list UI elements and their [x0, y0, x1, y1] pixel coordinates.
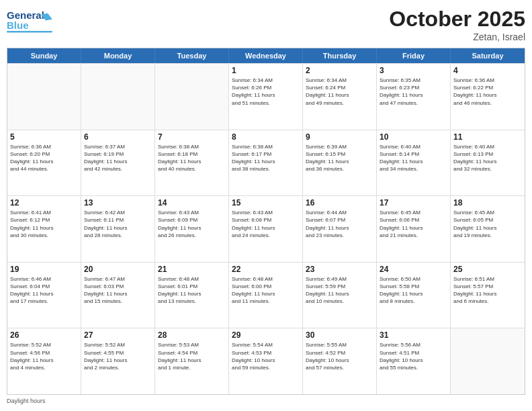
day-number: 31: [380, 330, 447, 340]
calendar-cell: 5Sunrise: 6:36 AM Sunset: 6:20 PM Daylig…: [7, 130, 81, 196]
calendar-cell: 21Sunrise: 6:48 AM Sunset: 6:01 PM Dayli…: [155, 263, 229, 328]
calendar-cell: 18Sunrise: 6:45 AM Sunset: 6:05 PM Dayli…: [451, 196, 525, 262]
day-number: 1: [232, 66, 300, 75]
calendar-cell: 12Sunrise: 6:41 AM Sunset: 6:12 PM Dayli…: [7, 196, 81, 262]
cell-text: Sunrise: 6:51 AM Sunset: 5:57 PM Dayligh…: [453, 275, 522, 306]
cell-text: Sunrise: 6:42 AM Sunset: 6:11 PM Dayligh…: [84, 209, 152, 239]
calendar-cell: 22Sunrise: 6:48 AM Sunset: 6:00 PM Dayli…: [229, 263, 303, 328]
day-number: 13: [84, 198, 152, 208]
page-header: General Blue October 2025 Zetan, Israel: [7, 7, 525, 42]
cell-text: Sunrise: 5:52 AM Sunset: 4:55 PM Dayligh…: [84, 341, 152, 371]
day-number: 14: [158, 198, 226, 208]
calendar-cell: 13Sunrise: 6:42 AM Sunset: 6:11 PM Dayli…: [81, 196, 155, 262]
day-number: 27: [84, 330, 152, 340]
cell-text: Sunrise: 6:36 AM Sunset: 6:22 PM Dayligh…: [453, 77, 522, 107]
day-number: 25: [453, 265, 522, 274]
cell-text: Sunrise: 6:48 AM Sunset: 6:00 PM Dayligh…: [232, 275, 300, 306]
day-number: 11: [453, 132, 522, 142]
cell-text: Sunrise: 6:34 AM Sunset: 6:26 PM Dayligh…: [232, 77, 300, 107]
calendar-cell: [81, 64, 155, 130]
day-number: 21: [158, 265, 226, 274]
day-number: 23: [306, 265, 373, 274]
calendar-header: SundayMondayTuesdayWednesdayThursdayFrid…: [7, 48, 525, 63]
cell-text: Sunrise: 6:39 AM Sunset: 6:15 PM Dayligh…: [306, 143, 373, 173]
calendar-cell: [7, 64, 81, 130]
calendar-cell: 3Sunrise: 6:35 AM Sunset: 6:23 PM Daylig…: [377, 64, 451, 130]
calendar-cell: 2Sunrise: 6:34 AM Sunset: 6:24 PM Daylig…: [303, 64, 377, 130]
calendar-cell: 11Sunrise: 6:40 AM Sunset: 6:13 PM Dayli…: [451, 130, 525, 196]
calendar-cell: 4Sunrise: 6:36 AM Sunset: 6:22 PM Daylig…: [451, 64, 525, 130]
day-number: 22: [232, 265, 300, 274]
location-subtitle: Zetan, Israel: [389, 32, 525, 42]
day-number: 17: [380, 198, 447, 208]
calendar-cell: 19Sunrise: 6:46 AM Sunset: 6:04 PM Dayli…: [7, 263, 81, 328]
day-number: 5: [10, 132, 78, 142]
cell-text: Sunrise: 6:48 AM Sunset: 6:01 PM Dayligh…: [158, 275, 226, 306]
calendar-cell: 6Sunrise: 6:37 AM Sunset: 6:19 PM Daylig…: [81, 130, 155, 196]
calendar-row: 19Sunrise: 6:46 AM Sunset: 6:04 PM Dayli…: [7, 262, 525, 328]
day-header-tuesday: Tuesday: [155, 48, 229, 63]
cell-text: Sunrise: 6:40 AM Sunset: 6:14 PM Dayligh…: [380, 143, 447, 173]
cell-text: Sunrise: 6:44 AM Sunset: 6:07 PM Dayligh…: [306, 209, 373, 239]
calendar-cell: [451, 328, 525, 394]
logo-icon: General Blue: [7, 7, 55, 36]
cell-text: Sunrise: 6:38 AM Sunset: 6:17 PM Dayligh…: [232, 143, 300, 173]
calendar-cell: 14Sunrise: 6:43 AM Sunset: 6:09 PM Dayli…: [155, 196, 229, 262]
calendar-row: 26Sunrise: 5:52 AM Sunset: 4:56 PM Dayli…: [7, 328, 525, 394]
cell-text: Sunrise: 6:45 AM Sunset: 6:06 PM Dayligh…: [380, 209, 447, 239]
cell-text: Sunrise: 6:38 AM Sunset: 6:18 PM Dayligh…: [158, 143, 226, 173]
day-number: 28: [158, 330, 226, 340]
calendar-cell: 16Sunrise: 6:44 AM Sunset: 6:07 PM Dayli…: [303, 196, 377, 262]
cell-text: Sunrise: 6:36 AM Sunset: 6:20 PM Dayligh…: [10, 143, 78, 173]
cell-text: Sunrise: 5:53 AM Sunset: 4:54 PM Dayligh…: [158, 341, 226, 371]
logo: General Blue: [7, 7, 58, 36]
calendar-cell: 29Sunrise: 5:54 AM Sunset: 4:53 PM Dayli…: [229, 328, 303, 394]
calendar-cell: 31Sunrise: 5:56 AM Sunset: 4:51 PM Dayli…: [377, 328, 451, 394]
day-number: 15: [232, 198, 300, 208]
cell-text: Sunrise: 5:56 AM Sunset: 4:51 PM Dayligh…: [380, 341, 447, 371]
day-header-friday: Friday: [377, 48, 451, 63]
cell-text: Sunrise: 6:45 AM Sunset: 6:05 PM Dayligh…: [453, 209, 522, 239]
calendar-cell: 30Sunrise: 5:55 AM Sunset: 4:52 PM Dayli…: [303, 328, 377, 394]
calendar-cell: 15Sunrise: 6:43 AM Sunset: 6:08 PM Dayli…: [229, 196, 303, 262]
cell-text: Sunrise: 6:41 AM Sunset: 6:12 PM Dayligh…: [10, 209, 78, 239]
day-number: 19: [10, 265, 78, 274]
day-header-saturday: Saturday: [451, 48, 525, 63]
day-number: 12: [10, 198, 78, 208]
calendar-cell: 7Sunrise: 6:38 AM Sunset: 6:18 PM Daylig…: [155, 130, 229, 196]
calendar: SundayMondayTuesdayWednesdayThursdayFrid…: [7, 48, 525, 395]
calendar-cell: 28Sunrise: 5:53 AM Sunset: 4:54 PM Dayli…: [155, 328, 229, 394]
day-number: 26: [10, 330, 78, 340]
title-block: October 2025 Zetan, Israel: [389, 7, 525, 42]
day-number: 3: [380, 66, 447, 75]
day-header-wednesday: Wednesday: [229, 48, 303, 63]
day-number: 16: [306, 198, 373, 208]
calendar-body: 1Sunrise: 6:34 AM Sunset: 6:26 PM Daylig…: [7, 63, 525, 394]
calendar-row: 5Sunrise: 6:36 AM Sunset: 6:20 PM Daylig…: [7, 130, 525, 196]
footer-label: Daylight hours: [7, 398, 46, 404]
calendar-cell: 10Sunrise: 6:40 AM Sunset: 6:14 PM Dayli…: [377, 130, 451, 196]
calendar-row: 1Sunrise: 6:34 AM Sunset: 6:26 PM Daylig…: [7, 63, 525, 130]
calendar-cell: [155, 64, 229, 130]
calendar-cell: 26Sunrise: 5:52 AM Sunset: 4:56 PM Dayli…: [7, 328, 81, 394]
calendar-cell: 8Sunrise: 6:38 AM Sunset: 6:17 PM Daylig…: [229, 130, 303, 196]
day-header-monday: Monday: [81, 48, 155, 63]
calendar-cell: 24Sunrise: 6:50 AM Sunset: 5:58 PM Dayli…: [377, 263, 451, 328]
cell-text: Sunrise: 6:47 AM Sunset: 6:03 PM Dayligh…: [84, 275, 152, 306]
calendar-cell: 17Sunrise: 6:45 AM Sunset: 6:06 PM Dayli…: [377, 196, 451, 262]
day-number: 10: [380, 132, 447, 142]
day-number: 4: [453, 66, 522, 75]
cell-text: Sunrise: 5:52 AM Sunset: 4:56 PM Dayligh…: [10, 341, 78, 371]
calendar-cell: 23Sunrise: 6:49 AM Sunset: 5:59 PM Dayli…: [303, 263, 377, 328]
day-number: 20: [84, 265, 152, 274]
cell-text: Sunrise: 6:43 AM Sunset: 6:08 PM Dayligh…: [232, 209, 300, 239]
day-number: 30: [306, 330, 373, 340]
cell-text: Sunrise: 6:50 AM Sunset: 5:58 PM Dayligh…: [380, 275, 447, 306]
month-title: October 2025: [389, 7, 525, 32]
cell-text: Sunrise: 5:54 AM Sunset: 4:53 PM Dayligh…: [232, 341, 300, 371]
cell-text: Sunrise: 6:43 AM Sunset: 6:09 PM Dayligh…: [158, 209, 226, 239]
svg-rect-3: [7, 31, 52, 33]
day-number: 6: [84, 132, 152, 142]
day-number: 7: [158, 132, 226, 142]
calendar-cell: 9Sunrise: 6:39 AM Sunset: 6:15 PM Daylig…: [303, 130, 377, 196]
